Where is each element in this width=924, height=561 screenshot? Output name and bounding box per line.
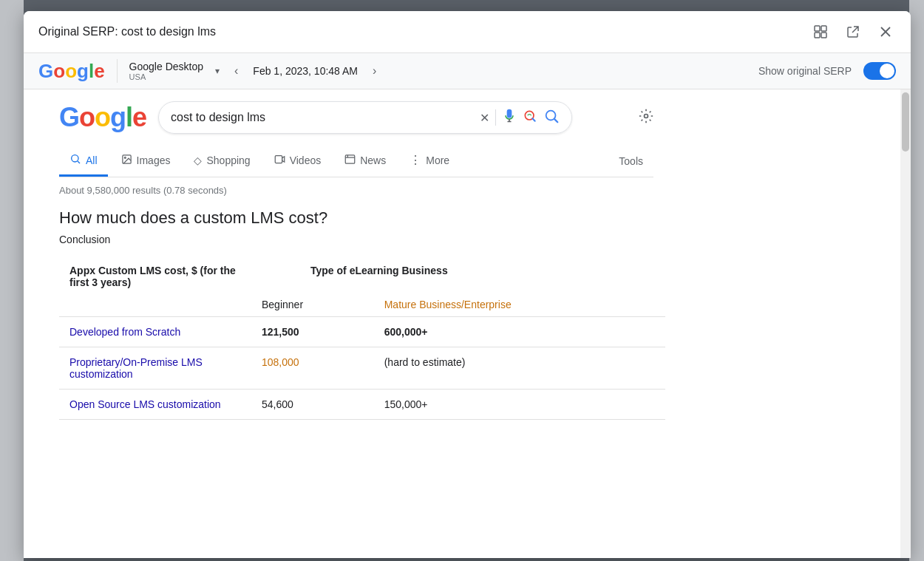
mic-icon[interactable] (502, 109, 517, 127)
google-g-logo: Google (38, 61, 105, 81)
date-display: Feb 1, 2023, 10:48 AM (253, 65, 358, 77)
search-query-text: cost to design lms (171, 111, 474, 124)
title-bar-left: Original SERP: cost to design lms (38, 25, 216, 38)
show-serp-toggle[interactable] (863, 62, 896, 80)
svg-rect-17 (345, 154, 355, 163)
scrollbar-thumb[interactable] (902, 92, 909, 152)
search-divider (495, 109, 496, 126)
tab-bar: All Images ◇ Shopping (59, 146, 653, 177)
device-name: Google Desktop (129, 61, 203, 72)
settings-icon[interactable] (639, 109, 653, 127)
row-opensource-val-a: 54,600 (251, 389, 374, 419)
featured-question: How much does a custom LMS cost? (59, 208, 653, 229)
device-selector: Google Desktop USA (129, 61, 203, 81)
svg-point-11 (645, 114, 648, 118)
svg-rect-2 (815, 33, 820, 38)
images-tab-icon (121, 154, 132, 167)
tab-more-label: More (426, 154, 449, 166)
modal-overlay: Original SERP: cost to design lms (24, 11, 911, 558)
title-bar: Original SERP: cost to design lms (24, 11, 911, 53)
shopping-tab-icon: ◇ (194, 154, 202, 166)
tab-tools[interactable]: Tools (608, 148, 653, 174)
tab-videos-label: Videos (290, 154, 322, 166)
tab-all[interactable]: All (59, 146, 108, 177)
row-proprietary-val-b: (hard to estimate) (374, 347, 665, 389)
row-opensource-val-b: 150,000+ (374, 389, 665, 419)
svg-point-15 (124, 157, 126, 158)
row-scratch-val-b: 600,000+ (374, 316, 665, 347)
modal-title: Original SERP: cost to design lms (38, 25, 216, 38)
device-region: USA (129, 72, 203, 81)
col2-span-header: Type of eLearning Business (251, 257, 665, 296)
more-tab-icon: ⋮ (410, 153, 421, 167)
next-date-button[interactable]: › (370, 61, 379, 81)
clear-search-button[interactable]: ✕ (480, 111, 489, 125)
search-bar[interactable]: cost to design lms ✕ (158, 101, 572, 134)
table-sub-header: Beginner Mature Business/Enterprise (59, 296, 665, 317)
device-dropdown-arrow[interactable]: ▾ (215, 66, 220, 76)
results-count: About 9,580,000 results (0.78 seconds) (59, 185, 653, 196)
svg-rect-3 (821, 33, 826, 38)
tab-shopping-label: Shopping (206, 154, 250, 166)
tab-more[interactable]: ⋮ More (399, 146, 460, 177)
news-tab-icon (344, 154, 356, 167)
tab-images-label: Images (137, 154, 171, 166)
title-bar-right (810, 21, 896, 42)
toggle-knob (880, 64, 894, 78)
serp-inner: Google cost to design lms ✕ (24, 89, 689, 441)
row-scratch-val-a: 121,500 (251, 316, 374, 347)
tab-tools-label: Tools (619, 155, 643, 167)
row-proprietary-val-a: 108,000 (251, 347, 374, 389)
expand-icon[interactable] (810, 21, 831, 42)
external-link-icon[interactable] (843, 21, 863, 42)
lens-icon[interactable] (523, 109, 537, 126)
svg-rect-0 (815, 26, 820, 31)
tab-all-label: All (86, 154, 98, 166)
table-header-row: Appx Custom LMS cost, $ (for the first 3… (59, 257, 665, 296)
svg-rect-16 (275, 155, 282, 163)
tab-images[interactable]: Images (111, 146, 181, 177)
videos-tab-icon (274, 154, 285, 167)
search-row: Google cost to design lms ✕ (59, 101, 653, 134)
search-submit-icon[interactable] (543, 108, 560, 127)
svg-line-13 (78, 161, 80, 163)
table-row-proprietary: Proprietary/On-Premise LMS customization… (59, 347, 665, 389)
all-tab-icon (69, 153, 81, 167)
tab-news-label: News (360, 154, 386, 166)
featured-subtitle: Conclusion (59, 234, 653, 245)
svg-line-10 (554, 119, 557, 122)
row-scratch-label: Developed from Scratch (59, 316, 251, 347)
close-icon[interactable] (875, 21, 896, 42)
tab-videos[interactable]: Videos (264, 146, 332, 177)
svg-point-12 (72, 155, 78, 162)
tab-news[interactable]: News (334, 146, 396, 177)
prev-date-button[interactable]: ‹ (231, 61, 241, 81)
google-logo: Google (59, 102, 146, 133)
col1-header: Appx Custom LMS cost, $ (for the first 3… (59, 257, 251, 296)
divider (117, 59, 118, 83)
tab-shopping[interactable]: ◇ Shopping (183, 147, 260, 176)
sub-col-mature: Mature Business/Enterprise (374, 296, 665, 317)
scrollbar-track (900, 89, 911, 558)
table-row-opensource: Open Source LMS customization 54,600 150… (59, 389, 665, 419)
sub-col-beginner: Beginner (251, 296, 374, 317)
serp-content[interactable]: Google cost to design lms ✕ (24, 89, 911, 558)
show-serp-label: Show original SERP (758, 65, 852, 77)
svg-rect-1 (821, 26, 826, 31)
lms-cost-table: Appx Custom LMS cost, $ (for the first 3… (59, 257, 665, 420)
row-opensource-label: Open Source LMS customization (59, 389, 251, 419)
device-bar: Google Google Desktop USA ▾ ‹ Feb 1, 202… (24, 53, 911, 89)
row-proprietary-label: Proprietary/On-Premise LMS customization (59, 347, 251, 389)
col1-empty (59, 296, 251, 317)
table-row-scratch: Developed from Scratch 121,500 600,000+ (59, 316, 665, 347)
